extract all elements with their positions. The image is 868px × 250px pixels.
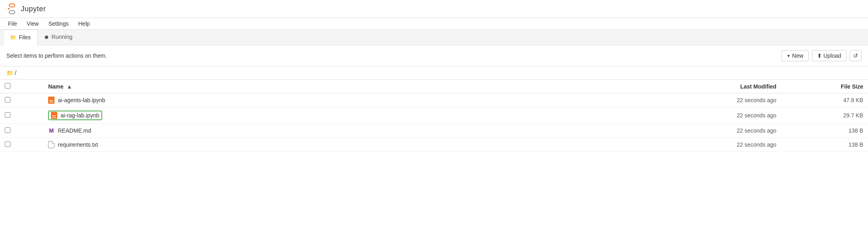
file-name: requirements.txt (58, 141, 98, 148)
breadcrumb-folder-icon: 📁 (6, 70, 13, 76)
toolbar-actions: ▼ New ⬆ Upload ↺ (781, 50, 862, 61)
row-modified: 22 seconds ago (651, 124, 781, 138)
table-row[interactable]: ai-rag-lab.ipynb 22 seconds ago 29.7 KB (0, 107, 868, 124)
toolbar-row: Select items to perform actions on them.… (0, 45, 868, 67)
upload-button-label: Upload (824, 52, 841, 59)
app-title: Jupyter (21, 5, 46, 13)
file-name: README.md (58, 127, 91, 134)
header-modified[interactable]: Last Modified (651, 80, 781, 93)
chevron-down-icon: ▼ (787, 54, 791, 58)
header-size[interactable]: File Size (781, 80, 868, 93)
folder-icon: 📁 (10, 34, 16, 40)
breadcrumb: 📁 / (0, 67, 868, 79)
table-row[interactable]: MREADME.md 22 seconds ago 138 B (0, 124, 868, 138)
refresh-icon: ↺ (853, 52, 858, 59)
svg-point-2 (8, 8, 10, 10)
sort-arrow-icon: ▲ (67, 83, 72, 90)
markdown-icon: M (48, 127, 55, 134)
row-modified: 22 seconds ago (651, 107, 781, 124)
header-modified-label: Last Modified (740, 83, 776, 90)
row-modified: 22 seconds ago (651, 93, 781, 107)
name-cell: ai-agents-lab.ipynb (48, 97, 646, 104)
row-name-cell: requirements.txt (43, 138, 651, 152)
toolbar-hint: Select items to perform actions on them. (6, 52, 107, 59)
row-modified: 22 seconds ago (651, 138, 781, 152)
header-checkbox-cell (0, 80, 43, 93)
row-name-cell: MREADME.md (43, 124, 651, 138)
menu-help[interactable]: Help (77, 20, 91, 28)
highlighted-name-wrapper: ai-rag-lab.ipynb (48, 111, 102, 120)
breadcrumb-path: / (15, 70, 16, 76)
row-size: 47.8 KB (781, 93, 868, 107)
row-checkbox-cell (0, 107, 43, 124)
row-checkbox[interactable] (5, 141, 10, 147)
menu-file[interactable]: File (6, 20, 19, 28)
jupyter-logo-icon (6, 3, 18, 14)
circle-icon: ⏺ (44, 34, 49, 40)
row-checkbox-cell (0, 124, 43, 138)
tab-running[interactable]: ⏺ Running (38, 30, 79, 45)
row-checkbox[interactable] (5, 97, 10, 103)
text-icon (48, 141, 55, 148)
row-checkbox-cell (0, 93, 43, 107)
notebook-icon (51, 112, 57, 119)
header-size-label: File Size (841, 83, 863, 90)
header-name-label: Name (48, 83, 63, 90)
new-button[interactable]: ▼ New (781, 50, 809, 61)
svg-point-0 (9, 4, 15, 7)
header-name[interactable]: Name ▲ (43, 80, 651, 93)
upload-button[interactable]: ⬆ Upload (812, 50, 846, 61)
row-size: 138 B (781, 138, 868, 152)
name-cell: MREADME.md (48, 127, 646, 134)
refresh-button[interactable]: ↺ (850, 50, 862, 61)
row-checkbox[interactable] (5, 127, 10, 133)
top-bar: Jupyter (0, 0, 868, 18)
table-row[interactable]: ai-agents-lab.ipynb 22 seconds ago 47.8 … (0, 93, 868, 107)
file-name: ai-agents-lab.ipynb (58, 97, 105, 103)
table-header-row: Name ▲ Last Modified File Size (0, 80, 868, 93)
table-row[interactable]: requirements.txt 22 seconds ago 138 B (0, 138, 868, 152)
menu-bar: File View Settings Help (0, 18, 868, 30)
select-all-checkbox[interactable] (5, 83, 10, 89)
tabs-bar: 📁 Files ⏺ Running (0, 30, 868, 45)
row-name-cell: ai-rag-lab.ipynb (43, 107, 651, 124)
file-list: ai-agents-lab.ipynb 22 seconds ago 47.8 … (0, 93, 868, 152)
row-name-cell: ai-agents-lab.ipynb (43, 93, 651, 107)
logo-area: Jupyter (6, 3, 46, 14)
tab-files-label: Files (19, 34, 31, 40)
file-name: ai-rag-lab.ipynb (61, 112, 99, 119)
menu-view[interactable]: View (25, 20, 40, 28)
new-button-label: New (792, 52, 803, 59)
upload-icon: ⬆ (817, 52, 822, 59)
row-checkbox[interactable] (5, 112, 10, 118)
tab-files[interactable]: 📁 Files (3, 30, 38, 45)
file-table: Name ▲ Last Modified File Size ai-agents… (0, 79, 868, 152)
row-checkbox-cell (0, 138, 43, 152)
row-size: 138 B (781, 124, 868, 138)
row-size: 29.7 KB (781, 107, 868, 124)
content-area: Select items to perform actions on them.… (0, 45, 868, 152)
name-cell: requirements.txt (48, 141, 646, 148)
notebook-icon (48, 97, 55, 104)
menu-settings[interactable]: Settings (47, 20, 71, 28)
svg-point-1 (9, 10, 15, 14)
tab-running-label: Running (52, 34, 73, 40)
